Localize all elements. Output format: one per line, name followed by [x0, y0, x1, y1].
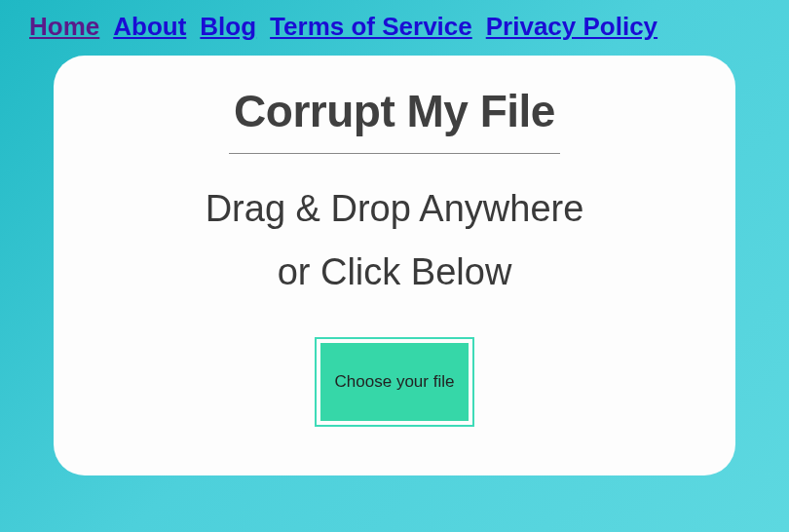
nav-link-home[interactable]: Home	[29, 12, 99, 42]
subtitle-line-2: or Click Below	[93, 245, 696, 300]
nav-link-terms[interactable]: Terms of Service	[270, 12, 472, 42]
subtitle-line-1: Drag & Drop Anywhere	[93, 181, 696, 237]
nav-link-about[interactable]: About	[113, 12, 186, 42]
nav-link-privacy[interactable]: Privacy Policy	[486, 12, 658, 42]
main-card: Corrupt My File Drag & Drop Anywhere or …	[54, 56, 735, 475]
nav-link-blog[interactable]: Blog	[200, 12, 256, 42]
choose-file-frame: Choose your file	[315, 337, 474, 427]
top-nav: Home About Blog Terms of Service Privacy…	[0, 0, 789, 50]
page-title: Corrupt My File	[93, 85, 696, 137]
choose-file-button[interactable]: Choose your file	[320, 343, 469, 421]
title-divider	[229, 153, 560, 154]
